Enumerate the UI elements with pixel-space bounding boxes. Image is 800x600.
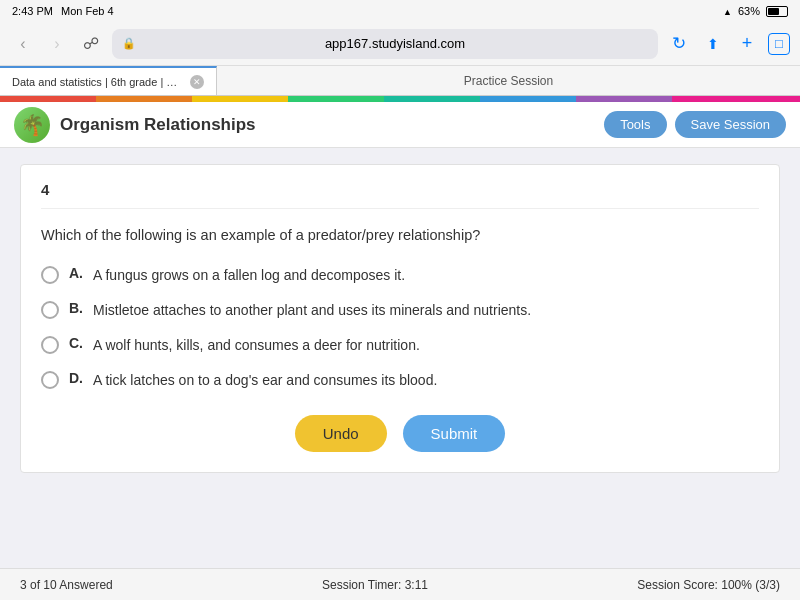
status-bar: 2:43 PM Mon Feb 4 63% xyxy=(0,0,800,22)
status-bar-left: 2:43 PM Mon Feb 4 xyxy=(12,5,114,17)
forward-button[interactable]: › xyxy=(44,31,70,57)
battery-percent: 63% xyxy=(738,5,760,17)
url-text: app167.studyisland.com xyxy=(142,36,648,51)
timer-text: Session Timer: 3:11 xyxy=(322,578,428,592)
app-logo: 🌴 xyxy=(14,107,50,143)
submit-button[interactable]: Submit xyxy=(403,415,506,452)
radio-c[interactable] xyxy=(41,336,59,354)
question-card: 4 Which of the following is an example o… xyxy=(20,164,780,473)
palm-icon: 🌴 xyxy=(20,113,45,137)
new-tab-button[interactable]: + xyxy=(734,31,760,57)
tab-close-button[interactable]: ✕ xyxy=(190,75,204,89)
option-b[interactable]: B. Mistletoe attaches to another plant a… xyxy=(41,300,759,321)
page-title: Organism Relationships xyxy=(60,115,604,135)
back-button[interactable]: ‹ xyxy=(10,31,36,57)
lock-icon: 🔒 xyxy=(122,37,136,50)
radio-b[interactable] xyxy=(41,301,59,319)
option-a[interactable]: A. A fungus grows on a fallen log and de… xyxy=(41,265,759,286)
date: Mon Feb 4 xyxy=(61,5,114,17)
address-bar[interactable]: 🔒 app167.studyisland.com xyxy=(112,29,658,59)
tab-label: Data and statistics | 6th grade | Math |… xyxy=(12,76,182,88)
tabs-button[interactable]: □ xyxy=(768,33,790,55)
radio-a[interactable] xyxy=(41,266,59,284)
option-b-label: B. xyxy=(69,300,83,316)
bottom-bar: 3 of 10 Answered Session Timer: 3:11 Ses… xyxy=(0,568,800,600)
question-text: Which of the following is an example of … xyxy=(41,225,759,247)
status-bar-right: 63% xyxy=(723,5,788,17)
option-d-label: D. xyxy=(69,370,83,386)
tab-bar: Data and statistics | 6th grade | Math |… xyxy=(0,66,800,96)
progress-text: 3 of 10 Answered xyxy=(20,578,113,592)
time: 2:43 PM xyxy=(12,5,53,17)
battery-icon xyxy=(766,6,788,17)
option-c-label: C. xyxy=(69,335,83,351)
radio-d[interactable] xyxy=(41,371,59,389)
active-tab[interactable]: Data and statistics | 6th grade | Math |… xyxy=(0,66,217,95)
undo-button[interactable]: Undo xyxy=(295,415,387,452)
browser-chrome: ‹ › ☍ 🔒 app167.studyisland.com ↻ ⬆ + □ xyxy=(0,22,800,66)
tools-button[interactable]: Tools xyxy=(604,111,666,138)
bookmark-button[interactable]: ☍ xyxy=(78,31,104,57)
option-a-text: A fungus grows on a fallen log and decom… xyxy=(93,265,405,286)
option-c[interactable]: C. A wolf hunts, kills, and consumes a d… xyxy=(41,335,759,356)
option-b-text: Mistletoe attaches to another plant and … xyxy=(93,300,531,321)
wifi-icon xyxy=(723,5,732,17)
option-a-label: A. xyxy=(69,265,83,281)
option-d[interactable]: D. A tick latches on to a dog's ear and … xyxy=(41,370,759,391)
save-session-button[interactable]: Save Session xyxy=(675,111,787,138)
share-button[interactable]: ⬆ xyxy=(700,31,726,57)
app-header: 🌴 Organism Relationships Tools Save Sess… xyxy=(0,102,800,148)
page-body: 4 Which of the following is an example o… xyxy=(0,148,800,568)
option-d-text: A tick latches on to a dog's ear and con… xyxy=(93,370,437,391)
question-number: 4 xyxy=(41,181,759,209)
practice-session-label: Practice Session xyxy=(217,66,800,95)
reload-button[interactable]: ↻ xyxy=(666,31,692,57)
button-row: Undo Submit xyxy=(41,415,759,452)
score-text: Session Score: 100% (3/3) xyxy=(637,578,780,592)
option-c-text: A wolf hunts, kills, and consumes a deer… xyxy=(93,335,420,356)
